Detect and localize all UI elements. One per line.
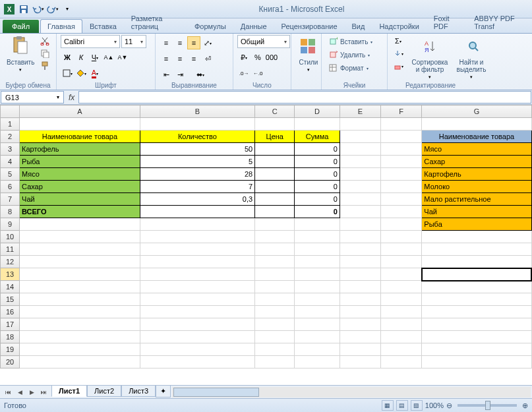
cell-F15[interactable] — [381, 293, 422, 306]
tab-review[interactable]: Рецензирование — [274, 19, 345, 33]
cell-G20[interactable] — [422, 356, 531, 368]
cell-D4[interactable]: 0 — [295, 156, 340, 168]
cell-D6[interactable]: 0 — [295, 181, 340, 193]
cell-G12[interactable] — [422, 256, 531, 268]
cell-G19[interactable] — [422, 343, 531, 356]
number-format-combo[interactable]: Общий▾ — [237, 35, 290, 48]
cell-C13[interactable] — [255, 268, 295, 281]
cell-C4[interactable] — [255, 156, 295, 168]
fx-icon[interactable]: fx — [69, 93, 74, 102]
cell-F13[interactable] — [381, 268, 422, 281]
cell-F2[interactable] — [381, 131, 422, 143]
save-icon[interactable] — [17, 3, 30, 16]
row-header-6[interactable]: 6 — [1, 181, 20, 193]
cell-C20[interactable] — [255, 356, 295, 368]
row-header-3[interactable]: 3 — [1, 143, 20, 156]
row-header-11[interactable]: 11 — [1, 243, 20, 256]
row-header-15[interactable]: 15 — [1, 293, 20, 306]
autosum-icon[interactable]: Σ▾ — [392, 35, 405, 47]
cell-C11[interactable] — [255, 243, 295, 256]
sheet-tab-1[interactable]: Лист1 — [51, 386, 87, 397]
row-header-9[interactable]: 9 — [1, 218, 20, 231]
last-sheet-icon[interactable]: ⏭ — [38, 387, 49, 397]
comma-icon[interactable]: 000 — [265, 51, 278, 64]
currency-icon[interactable]: ₽▾ — [237, 51, 251, 64]
decrease-font-icon[interactable]: A▼ — [116, 51, 129, 64]
cell-A11[interactable] — [20, 243, 140, 256]
cell-E17[interactable] — [340, 318, 380, 331]
cell-G9[interactable]: Рыба — [422, 218, 531, 231]
cell-B11[interactable] — [140, 243, 254, 256]
cell-F14[interactable] — [381, 281, 422, 293]
cell-A2[interactable]: Наименование товара — [20, 131, 140, 143]
cell-C2[interactable]: Цена — [255, 131, 295, 143]
cell-B18[interactable] — [140, 331, 254, 343]
cell-G18[interactable] — [422, 331, 531, 343]
cell-F11[interactable] — [381, 243, 422, 256]
cell-G5[interactable]: Картофель — [422, 168, 531, 181]
cell-C15[interactable] — [255, 293, 295, 306]
cell-E15[interactable] — [340, 293, 380, 306]
tab-layout[interactable]: Разметка страниц — [124, 11, 187, 33]
cell-G3[interactable]: Мясо — [422, 143, 531, 156]
cell-A6[interactable]: Сахар — [20, 181, 140, 193]
cell-C17[interactable] — [255, 318, 295, 331]
cell-C5[interactable] — [255, 168, 295, 181]
undo-icon[interactable]: ▾ — [32, 3, 45, 16]
row-header-4[interactable]: 4 — [1, 156, 20, 168]
row-header-20[interactable]: 20 — [1, 356, 20, 368]
sheet-tab-3[interactable]: Лист3 — [121, 386, 156, 397]
cell-F10[interactable] — [381, 231, 422, 243]
cell-D1[interactable] — [295, 118, 340, 131]
cell-C10[interactable] — [255, 231, 295, 243]
decrease-decimal-icon[interactable]: ←.0 — [251, 67, 264, 80]
cell-G10[interactable] — [422, 231, 531, 243]
cell-D10[interactable] — [295, 231, 340, 243]
orientation-icon[interactable]: ⤢▾ — [201, 36, 214, 49]
row-header-18[interactable]: 18 — [1, 331, 20, 343]
cell-E5[interactable] — [340, 168, 380, 181]
cell-B1[interactable] — [140, 118, 254, 131]
cell-E12[interactable] — [340, 256, 380, 268]
cell-B4[interactable]: 5 — [140, 156, 254, 168]
page-layout-view-icon[interactable]: ▤ — [396, 400, 408, 411]
cell-F1[interactable] — [381, 118, 422, 131]
paste-button[interactable]: Вставить ▾ — [4, 35, 37, 74]
tab-data[interactable]: Данные — [233, 19, 274, 33]
horizontal-scrollbar[interactable] — [172, 387, 531, 397]
bold-button[interactable]: Ж — [61, 51, 74, 64]
cell-A20[interactable] — [20, 356, 140, 368]
formula-input[interactable] — [78, 91, 531, 103]
row-header-7[interactable]: 7 — [1, 193, 20, 206]
cell-D3[interactable]: 0 — [295, 143, 340, 156]
percent-icon[interactable]: % — [251, 51, 264, 64]
cell-D20[interactable] — [295, 356, 340, 368]
cell-D11[interactable] — [295, 243, 340, 256]
cell-D19[interactable] — [295, 343, 340, 356]
col-header-G[interactable]: G — [422, 105, 531, 118]
first-sheet-icon[interactable]: ⏮ — [3, 387, 13, 397]
cell-G16[interactable] — [422, 306, 531, 318]
row-header-10[interactable]: 10 — [1, 231, 20, 243]
tab-home[interactable]: Главная — [40, 19, 82, 33]
name-box[interactable]: G13▾ — [1, 91, 64, 103]
cell-D5[interactable]: 0 — [295, 168, 340, 181]
align-middle-icon[interactable]: ≡ — [173, 36, 187, 49]
cell-E18[interactable] — [340, 331, 380, 343]
cell-C7[interactable] — [255, 193, 295, 206]
cell-E14[interactable] — [340, 281, 380, 293]
row-header-2[interactable]: 2 — [1, 131, 20, 143]
file-tab[interactable]: Файл — [3, 20, 39, 33]
cell-B20[interactable] — [140, 356, 254, 368]
cell-A5[interactable]: Мясо — [20, 168, 140, 181]
cell-A12[interactable] — [20, 256, 140, 268]
decrease-indent-icon[interactable]: ⇤ — [160, 68, 173, 81]
cell-D9[interactable] — [295, 218, 340, 231]
cell-E2[interactable] — [340, 131, 380, 143]
row-header-19[interactable]: 19 — [1, 343, 20, 356]
sheet-tab-2[interactable]: Лист2 — [87, 386, 121, 397]
cell-E7[interactable] — [340, 193, 380, 206]
cell-F19[interactable] — [381, 343, 422, 356]
cell-B19[interactable] — [140, 343, 254, 356]
row-header-1[interactable]: 1 — [1, 118, 20, 131]
